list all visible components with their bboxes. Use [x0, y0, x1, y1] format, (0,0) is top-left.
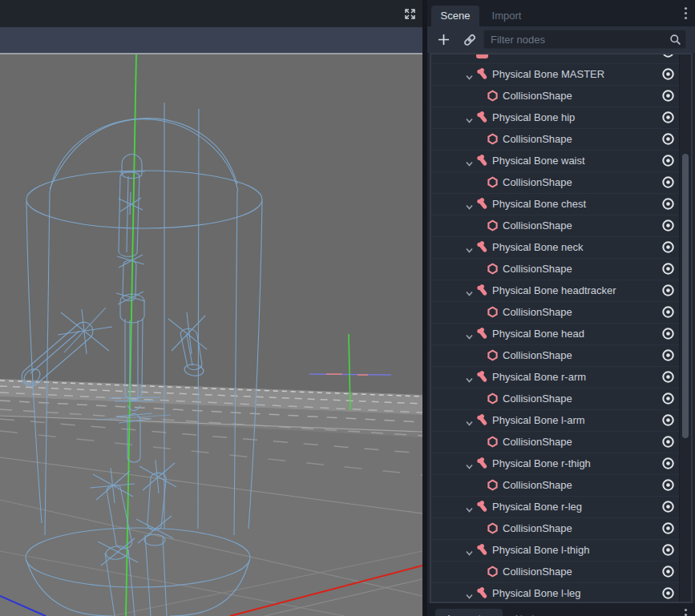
- physical-bone-icon: [476, 371, 488, 383]
- tree-row-physical-bone[interactable]: Physical Bone hip: [431, 107, 680, 129]
- tree-row-clipped[interactable]: [431, 54, 680, 64]
- collapse-chevron-icon[interactable]: [465, 417, 474, 425]
- tree-row-collision-shape[interactable]: CollisionShape: [431, 389, 680, 410]
- node-name-label: CollisionShape: [503, 259, 572, 280]
- tree-row-physical-bone[interactable]: Physical Bone r-thigh: [431, 453, 680, 475]
- tree-row-collision-shape[interactable]: CollisionShape: [431, 259, 680, 280]
- visibility-toggle-icon[interactable]: [661, 392, 675, 405]
- tree-row-physical-bone[interactable]: Physical Bone headtracker: [431, 280, 680, 302]
- tree-row-physical-bone[interactable]: Physical Bone MASTER: [431, 64, 680, 86]
- add-node-button[interactable]: [437, 33, 451, 47]
- visibility-toggle-icon[interactable]: [661, 305, 675, 319]
- node-name-label: CollisionShape: [503, 562, 572, 582]
- visibility-toggle-icon[interactable]: [661, 240, 675, 254]
- visibility-toggle-icon[interactable]: [661, 327, 675, 340]
- visibility-toggle-icon[interactable]: [661, 262, 675, 276]
- tree-row-physical-bone[interactable]: Physical Bone l-arm: [431, 410, 680, 432]
- collision-shape-icon: [487, 176, 499, 188]
- visibility-toggle-icon[interactable]: [661, 457, 675, 470]
- filter-nodes-input[interactable]: [484, 30, 685, 48]
- tree-row-physical-bone[interactable]: Physical Bone l-leg: [431, 583, 680, 603]
- tree-row-collision-shape[interactable]: CollisionShape: [431, 215, 680, 237]
- instance-scene-button[interactable]: [463, 33, 477, 47]
- node-name-label: Physical Bone r-leg: [492, 497, 582, 517]
- collapse-chevron-icon[interactable]: [465, 590, 474, 598]
- collapse-chevron-icon[interactable]: [465, 546, 474, 555]
- node-name-label: Physical Bone MASTER: [492, 64, 604, 85]
- scene-tree-scrollbar[interactable]: [679, 54, 691, 602]
- collapse-chevron-icon[interactable]: [465, 244, 474, 252]
- tree-row-collision-shape[interactable]: CollisionShape: [431, 172, 680, 194]
- panel-menu-icon[interactable]: [684, 608, 688, 616]
- tree-row-physical-bone[interactable]: Physical Bone neck: [431, 237, 680, 259]
- visibility-toggle-icon[interactable]: [661, 175, 675, 189]
- visibility-toggle-icon[interactable]: [661, 89, 675, 103]
- collapse-chevron-icon[interactable]: [465, 373, 474, 382]
- panel-menu-icon[interactable]: [684, 6, 688, 23]
- visibility-toggle-icon[interactable]: [661, 219, 675, 232]
- physical-bone-icon: [476, 241, 488, 253]
- tree-row-physical-bone[interactable]: Physical Bone l-thigh: [431, 540, 680, 562]
- tree-row-physical-bone[interactable]: Physical Bone head: [431, 324, 680, 345]
- visibility-toggle-icon[interactable]: [661, 154, 675, 167]
- collapse-chevron-icon[interactable]: [465, 460, 474, 469]
- visibility-toggle-icon[interactable]: [661, 521, 675, 535]
- physical-bone-icon: [476, 501, 488, 513]
- tab-node[interactable]: Node: [507, 609, 548, 616]
- collapse-chevron-icon[interactable]: [465, 114, 474, 123]
- tab-inspector[interactable]: Inspector: [435, 609, 503, 616]
- collapse-chevron-icon[interactable]: [465, 200, 474, 209]
- tree-row-collision-shape[interactable]: CollisionShape: [431, 302, 680, 324]
- node-name-label: Physical Bone l-arm: [492, 410, 585, 431]
- visibility-toggle-icon[interactable]: [661, 413, 675, 427]
- visibility-toggle-icon[interactable]: [661, 586, 675, 600]
- collision-shape-icon: [487, 349, 499, 361]
- tree-row-collision-shape[interactable]: CollisionShape: [431, 345, 680, 367]
- visibility-toggle-icon[interactable]: [661, 478, 675, 492]
- visibility-toggle-icon[interactable]: [661, 565, 675, 578]
- collapse-chevron-icon[interactable]: [465, 157, 474, 166]
- tab-scene[interactable]: Scene: [431, 6, 479, 26]
- tree-row-collision-shape[interactable]: CollisionShape: [431, 562, 680, 583]
- node-name-label: Physical Bone r-arm: [492, 367, 586, 388]
- node-name-label: Physical Bone chest: [492, 194, 586, 215]
- visibility-toggle-icon[interactable]: [661, 111, 675, 124]
- tree-row-physical-bone[interactable]: Physical Bone r-leg: [431, 497, 680, 518]
- tree-row-physical-bone[interactable]: Physical Bone r-arm: [431, 367, 680, 389]
- visibility-toggle-icon[interactable]: [661, 67, 675, 81]
- collapse-chevron-icon[interactable]: [465, 70, 474, 79]
- node-icon-clipped: [476, 54, 488, 58]
- tree-row-collision-shape[interactable]: CollisionShape: [431, 475, 680, 497]
- node-name-label: Physical Bone l-leg: [492, 583, 581, 603]
- visibility-toggle-icon[interactable]: [661, 132, 675, 146]
- expand-viewport-icon[interactable]: [403, 7, 417, 21]
- visibility-toggle-icon[interactable]: [661, 54, 675, 58]
- collapse-chevron-icon[interactable]: [465, 503, 474, 512]
- physical-bone-icon: [476, 414, 488, 426]
- viewport-top-bar: [0, 0, 422, 27]
- scrollbar-thumb[interactable]: [682, 154, 689, 438]
- tree-row-collision-shape[interactable]: CollisionShape: [431, 518, 680, 540]
- viewport-3d[interactable]: [0, 53, 422, 616]
- node-name-label: CollisionShape: [503, 518, 572, 539]
- collapse-chevron-icon[interactable]: [465, 330, 474, 339]
- tree-row-collision-shape[interactable]: CollisionShape: [431, 86, 680, 107]
- scene-tree-toolbar: [427, 26, 695, 53]
- visibility-toggle-icon[interactable]: [661, 500, 675, 513]
- tree-row-physical-bone[interactable]: Physical Bone waist: [431, 151, 680, 172]
- scene-tree: Physical Bone MASTER CollisionShape Phys…: [430, 53, 693, 603]
- visibility-toggle-icon[interactable]: [661, 370, 675, 384]
- tab-import[interactable]: Import: [483, 6, 530, 26]
- collapse-chevron-icon[interactable]: [465, 287, 474, 296]
- tree-row-physical-bone[interactable]: Physical Bone chest: [431, 194, 680, 215]
- visibility-toggle-icon[interactable]: [661, 197, 675, 211]
- visibility-toggle-icon[interactable]: [661, 435, 675, 449]
- tree-row-collision-shape[interactable]: CollisionShape: [431, 129, 680, 151]
- visibility-toggle-icon[interactable]: [661, 348, 675, 362]
- node-name-label: CollisionShape: [503, 172, 572, 193]
- visibility-toggle-icon[interactable]: [661, 543, 675, 557]
- node-name-label: CollisionShape: [503, 129, 572, 150]
- tree-row-collision-shape[interactable]: CollisionShape: [431, 432, 680, 453]
- visibility-toggle-icon[interactable]: [661, 284, 675, 297]
- physical-bone-icon: [476, 544, 488, 556]
